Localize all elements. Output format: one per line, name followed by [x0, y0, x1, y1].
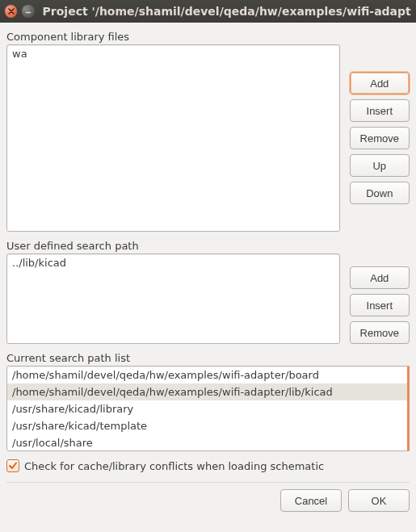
- list-item[interactable]: wa: [7, 45, 339, 62]
- add-button[interactable]: Add: [350, 266, 410, 289]
- remove-button[interactable]: Remove: [350, 321, 410, 344]
- list-item[interactable]: /home/shamil/devel/qeda/hw/examples/wifi…: [7, 367, 409, 383]
- library-files-list[interactable]: wa: [6, 44, 340, 232]
- list-item[interactable]: ../lib/kicad: [7, 254, 339, 271]
- up-button[interactable]: Up: [350, 154, 410, 177]
- add-button[interactable]: Add: [350, 72, 410, 94]
- window-title: Project '/home/shamil/devel/qeda/hw/exam…: [43, 5, 411, 18]
- user-search-path-list[interactable]: ../lib/kicad: [6, 253, 340, 344]
- titlebar: Project '/home/shamil/devel/qeda/hw/exam…: [0, 0, 416, 23]
- cache-conflicts-checkbox[interactable]: [6, 459, 19, 472]
- list-item[interactable]: /usr/share/kicad/library: [7, 400, 409, 417]
- close-icon[interactable]: [5, 5, 17, 18]
- list-item[interactable]: /usr/share/kicad/template: [7, 417, 409, 434]
- library-files-label: Component library files: [6, 31, 410, 43]
- insert-button[interactable]: Insert: [350, 294, 410, 316]
- list-item[interactable]: /usr/local/share: [7, 434, 409, 451]
- list-item[interactable]: /home/shamil/devel/qeda/hw/examples/wifi…: [7, 383, 409, 400]
- separator: [6, 482, 410, 483]
- down-button[interactable]: Down: [350, 182, 410, 204]
- insert-button[interactable]: Insert: [350, 99, 410, 122]
- cache-conflicts-label: Check for cache/library conflicts when l…: [24, 460, 324, 472]
- current-search-path-label: Current search path list: [6, 352, 410, 364]
- ok-button[interactable]: OK: [348, 489, 410, 512]
- cancel-button[interactable]: Cancel: [280, 489, 342, 512]
- current-search-path-list[interactable]: /home/shamil/devel/qeda/hw/examples/wifi…: [6, 366, 410, 451]
- minimize-icon[interactable]: [22, 5, 34, 18]
- remove-button[interactable]: Remove: [350, 127, 410, 149]
- user-search-path-label: User defined search path: [6, 240, 410, 252]
- scrollbar[interactable]: [407, 366, 410, 451]
